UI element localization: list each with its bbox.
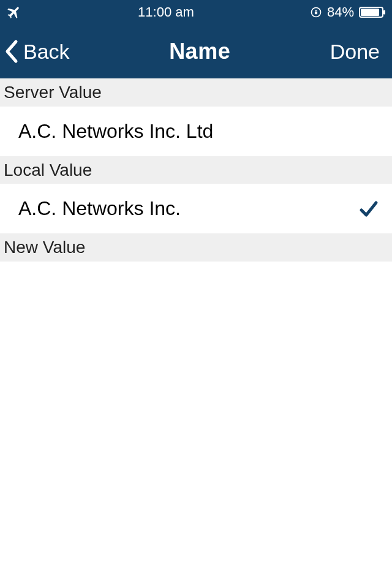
section-header-new: New Value — [0, 233, 392, 262]
orientation-lock-icon — [310, 6, 322, 18]
local-value-cell[interactable]: A.C. Networks Inc. — [0, 184, 392, 233]
chevron-left-icon — [4, 38, 21, 65]
local-value-label: A.C. Networks Inc. — [18, 197, 358, 220]
status-bar: 11:00 am 84% — [0, 0, 392, 24]
section-header-server: Server Value — [0, 78, 392, 107]
battery-percent: 84% — [327, 4, 354, 20]
svg-rect-3 — [383, 10, 385, 15]
svg-rect-1 — [315, 12, 317, 14]
checkmark-icon — [358, 198, 380, 220]
back-button[interactable]: Back — [4, 38, 70, 65]
svg-rect-4 — [361, 9, 379, 16]
done-button[interactable]: Done — [330, 40, 383, 64]
page-title: Name — [70, 39, 330, 64]
server-value-label: A.C. Networks Inc. Ltd — [18, 120, 380, 143]
status-time: 11:00 am — [22, 4, 310, 20]
server-value-cell[interactable]: A.C. Networks Inc. Ltd — [0, 107, 392, 156]
section-header-local: Local Value — [0, 156, 392, 184]
navigation-bar: Back Name Done — [0, 24, 392, 78]
battery-icon — [359, 7, 386, 18]
airplane-mode-icon — [6, 4, 22, 20]
back-label: Back — [23, 40, 70, 64]
